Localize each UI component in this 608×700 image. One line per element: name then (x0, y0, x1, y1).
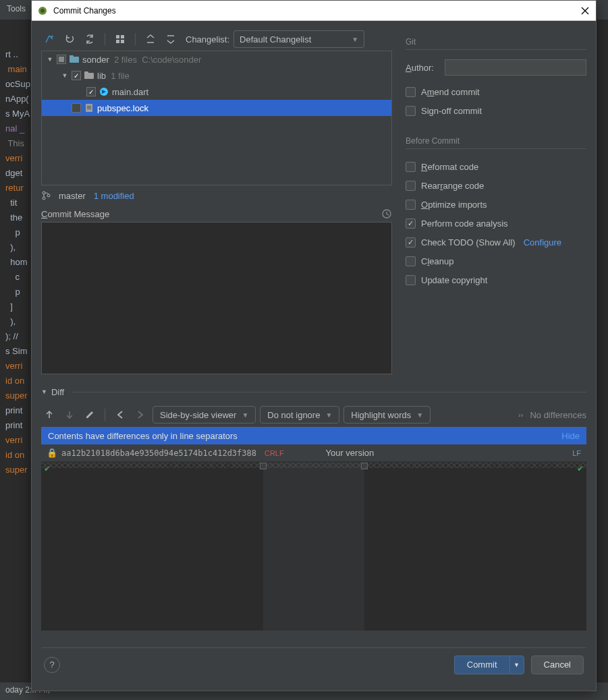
svg-rect-13 (87, 106, 91, 107)
changelist-combo[interactable]: Default Changelist ▼ (233, 30, 364, 48)
prev-diff-icon[interactable] (41, 407, 57, 423)
tree-checkbox[interactable] (72, 71, 81, 80)
branch-icon (41, 191, 51, 200)
git-section-header: Git (406, 30, 586, 50)
diff-toggle[interactable]: ▼ Diff (41, 384, 586, 400)
svg-point-1 (40, 9, 45, 13)
lock-icon: 🔒 (47, 448, 57, 458)
lf-label: LF (572, 449, 581, 457)
cleanup-checkbox[interactable] (406, 256, 416, 266)
next-file-icon[interactable] (132, 407, 148, 423)
file-icon (84, 103, 94, 113)
svg-rect-10 (84, 71, 88, 74)
commit-dialog: Commit Changes Changelist: (31, 0, 597, 691)
todo-checkbox[interactable] (406, 237, 416, 247)
tree-checkbox[interactable] (57, 55, 66, 64)
prev-file-icon[interactable] (112, 407, 128, 423)
svg-rect-3 (116, 35, 119, 38)
svg-rect-5 (116, 40, 119, 43)
author-label: Author: (406, 63, 439, 73)
tree-label: lib 1 file (97, 71, 130, 81)
modified-link[interactable]: 1 modified (94, 191, 134, 201)
todo-label[interactable]: Check TODO (Show All) (421, 237, 516, 247)
before-commit-header: Before Commit (406, 129, 586, 149)
svg-point-2 (51, 36, 53, 38)
svg-rect-14 (87, 107, 91, 108)
tree-arrow-icon[interactable]: ▼ (46, 56, 54, 63)
ignore-combo[interactable]: Do not ignore▼ (260, 406, 339, 424)
highlight-combo[interactable]: Highlight words▼ (343, 406, 431, 424)
collapse-all-icon[interactable] (163, 31, 179, 47)
diff-left-pane[interactable]: ✔ (41, 463, 263, 631)
dialog-title: Commit Changes (53, 6, 580, 16)
tree-label: sonder 2 files C:\code\sonder (82, 55, 201, 65)
app-icon (37, 5, 48, 16)
diff-gutter (263, 463, 364, 631)
tree-checkbox[interactable] (72, 103, 81, 113)
svg-point-17 (43, 197, 45, 200)
commit-message-input[interactable] (42, 223, 391, 374)
edit-icon[interactable] (82, 407, 98, 423)
analysis-label[interactable]: Perform code analysis (421, 218, 508, 229)
group-by-icon[interactable] (112, 31, 128, 47)
amend-checkbox[interactable] (406, 87, 416, 97)
hide-banner-link[interactable]: Hide (561, 431, 580, 441)
revert-icon[interactable] (61, 31, 78, 47)
tree-arrow-icon[interactable]: ▼ (61, 72, 69, 79)
changes-tree[interactable]: ▼sonder 2 files C:\code\sonder▼lib 1 fil… (41, 51, 392, 185)
tree-checkbox[interactable] (86, 87, 96, 96)
show-diff-icon[interactable] (41, 31, 57, 47)
rearrange-checkbox[interactable] (406, 181, 416, 191)
diff-right-pane[interactable]: ✔ (364, 463, 586, 631)
titlebar: Commit Changes (32, 1, 596, 21)
viewer-mode-combo[interactable]: Side-by-side viewer▼ (153, 406, 256, 424)
svg-point-18 (47, 194, 50, 197)
diff-header: 🔒 aa12b21018d6ba4e9350d94e5174b1c412d3f3… (41, 444, 586, 462)
svg-point-16 (43, 192, 45, 194)
signoff-checkbox[interactable] (406, 106, 416, 116)
fold-handle-left[interactable] (260, 463, 267, 469)
reformat-checkbox[interactable] (406, 162, 416, 172)
commit-dropdown[interactable]: ▼ (509, 655, 524, 674)
branch-row: master 1 modified (41, 185, 392, 206)
author-input[interactable] (445, 59, 586, 76)
tree-label: main.dart (112, 87, 148, 97)
diff-banner: Contents have differences only in line s… (41, 427, 586, 444)
optimize-checkbox[interactable] (406, 200, 416, 210)
rearrange-label[interactable]: Rearrange code (421, 181, 484, 191)
your-version-label: Your version (325, 448, 374, 458)
amend-label[interactable]: Amend commit (421, 87, 480, 97)
history-icon[interactable] (381, 208, 392, 219)
todo-configure-link[interactable]: Configure (524, 237, 561, 247)
signoff-label[interactable]: Sign-off commit (421, 106, 482, 116)
expand-all-icon[interactable] (142, 31, 159, 47)
copyright-label[interactable]: Update copyright (421, 275, 487, 285)
commit-message-box (41, 222, 392, 374)
button-row: ? Commit ▼ Cancel (41, 647, 586, 681)
diff-label: Diff (51, 387, 64, 397)
cleanup-label[interactable]: Cleanup (421, 256, 453, 266)
analysis-checkbox[interactable] (406, 218, 416, 229)
copyright-checkbox[interactable] (406, 275, 416, 285)
tree-row[interactable]: ▼sonder 2 files C:\code\sonder (42, 51, 391, 67)
chevron-down-icon: ▼ (352, 36, 358, 43)
refresh-icon[interactable] (82, 31, 98, 47)
commit-button-group: Commit ▼ (454, 655, 524, 674)
tree-row[interactable]: pubspec.lock (42, 100, 391, 116)
commit-message-label: Commit Message (41, 209, 109, 219)
help-button[interactable]: ? (44, 657, 60, 673)
revision-hash: aa12b21018d6ba4e9350d94e5174b1c412d3f388 (61, 448, 256, 458)
changelist-value: Default Changelist (240, 34, 311, 45)
folder-blue-icon (69, 54, 80, 65)
optimize-label[interactable]: Optimize imports (421, 200, 487, 210)
diff-content[interactable]: ✔ ✔ (41, 462, 586, 631)
tree-row[interactable]: ▼lib 1 file (42, 67, 391, 84)
reformat-label[interactable]: Reformat code (421, 162, 478, 172)
commit-button[interactable]: Commit (454, 655, 509, 674)
tree-row[interactable]: main.dart (42, 84, 391, 100)
collapse-icon[interactable]: ›› (518, 411, 523, 419)
close-button[interactable] (580, 5, 590, 16)
cancel-button[interactable]: Cancel (531, 655, 584, 674)
next-diff-icon[interactable] (61, 407, 78, 423)
folder-icon (84, 70, 94, 81)
